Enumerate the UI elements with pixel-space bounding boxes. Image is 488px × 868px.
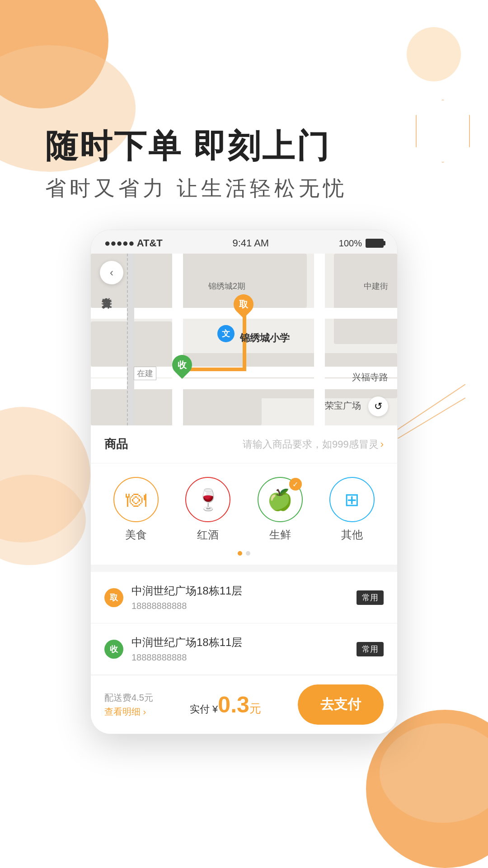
delivery-badge: 常用	[357, 642, 384, 656]
wine-icon: 🍷	[195, 487, 221, 512]
status-time: 9:41 AM	[232, 237, 269, 249]
delivery-name: 中润世纪广场18栋11层	[131, 635, 242, 650]
category-icon-other: ⊞	[329, 477, 375, 522]
category-item-wine[interactable]: 🍷 红酒	[185, 477, 230, 542]
category-icon-food: 🍽	[113, 477, 159, 522]
map-label-area2: 荣宝广场	[325, 400, 361, 412]
food-icon: 🍽	[126, 487, 146, 512]
pay-button[interactable]: 去支付	[298, 684, 384, 725]
price-prefix: 实付 ¥	[190, 703, 218, 715]
product-label: 商品	[104, 436, 128, 452]
category-item-other[interactable]: ⊞ 其他	[329, 477, 375, 542]
status-carrier: ●●●●● AT&T	[104, 237, 163, 249]
bottom-fee: 配送费4.5元 查看明细 ›	[104, 692, 153, 718]
bottom-price: 实付 ¥0.3元	[190, 692, 261, 718]
battery-icon	[366, 239, 384, 248]
bottom-bar: 配送费4.5元 查看明细 › 实付 ¥0.3元 去支付	[91, 675, 397, 734]
map-poi-blue: 文	[217, 325, 235, 342]
category-name-fresh: 生鲜	[269, 528, 291, 542]
pickup-pin: 取	[104, 588, 123, 607]
phone-mockup: ●●●●● AT&T 9:41 AM 100%	[90, 230, 398, 734]
address-left-pickup: 取 中润世纪广场18栋11层 18888888888	[104, 584, 242, 611]
map-label-construction: 在建	[134, 367, 156, 380]
map-block-3	[334, 254, 397, 344]
price-unit: 元	[249, 702, 261, 715]
category-row: 🍽 美食 🍷 红酒 🍏 ✓ 生鲜	[100, 477, 388, 542]
status-bar: ●●●●● AT&T 9:41 AM 100%	[91, 230, 397, 254]
hero-section: 随时下单 即刻上门 省时又省力 让生活轻松无忧	[0, 0, 488, 203]
status-battery-pct: 100%	[339, 238, 362, 249]
address-row-delivery[interactable]: 收 中润世纪广场18栋11层 18888888888 常用	[91, 623, 397, 675]
map-area: 取 收 文 锦绣城2期 中建街 齐鲁大道 锦绣城小学 兴福寺路 荣宝广场 在建 …	[91, 254, 397, 425]
category-name-wine: 红酒	[197, 528, 219, 542]
category-dots	[100, 551, 388, 556]
status-right: 100%	[339, 238, 384, 249]
fee-label: 配送费4.5元	[104, 692, 153, 704]
product-hint[interactable]: 请输入商品要求，如999感冒灵 ›	[243, 438, 384, 451]
category-section: 🍽 美食 🍷 红酒 🍏 ✓ 生鲜	[91, 463, 397, 568]
category-name-food: 美食	[125, 528, 147, 542]
address-section: 取 中润世纪广场18栋11层 18888888888 常用 收 中润世纪广场18…	[91, 568, 397, 675]
category-icon-wine: 🍷	[185, 477, 230, 522]
delivery-pin: 收	[104, 640, 123, 659]
fee-detail[interactable]: 查看明细 ›	[104, 706, 153, 718]
pin-delivery-label: 收	[172, 355, 192, 375]
delivery-info: 中润世纪广场18栋11层 18888888888	[131, 635, 242, 663]
category-item-food[interactable]: 🍽 美食	[113, 477, 159, 542]
hero-subtitle: 省时又省力 让生活轻松无忧	[45, 175, 488, 203]
map-label-area1: 锦绣城2期	[208, 281, 245, 292]
address-row-pickup[interactable]: 取 中润世纪广场18栋11层 18888888888 常用	[91, 572, 397, 623]
fresh-icon: 🍏	[267, 487, 293, 512]
dot-1	[238, 551, 242, 556]
category-item-fresh[interactable]: 🍏 ✓ 生鲜	[258, 477, 303, 542]
category-icon-fresh: 🍏 ✓	[258, 477, 303, 522]
pin-pickup-label: 取	[234, 294, 253, 314]
pickup-phone: 18888888888	[131, 601, 242, 611]
back-button[interactable]: ‹	[100, 261, 123, 284]
pickup-name: 中润世纪广场18栋11层	[131, 584, 242, 598]
map-label-road3: 中建街	[364, 281, 388, 292]
price-value: 0.3	[218, 692, 249, 717]
dot-2	[246, 551, 250, 556]
category-name-other: 其他	[341, 528, 363, 542]
pickup-info: 中润世纪广场18栋11层 18888888888	[131, 584, 242, 611]
map-road-v3	[127, 254, 134, 425]
category-check-icon: ✓	[289, 478, 302, 491]
hero-title: 随时下单 即刻上门	[45, 127, 488, 165]
map-road-v2	[314, 254, 325, 425]
delivery-phone: 18888888888	[131, 652, 242, 663]
phone-mockup-wrapper: ●●●●● AT&T 9:41 AM 100%	[0, 230, 488, 734]
map-background: 取 收 文 锦绣城2期 中建街 齐鲁大道 锦绣城小学 兴福寺路 荣宝广场 在建	[91, 254, 397, 425]
map-label-school: 锦绣城小学	[240, 331, 290, 345]
product-hint-arrow: ›	[380, 439, 384, 450]
product-hint-text: 请输入商品要求，如999感冒灵	[243, 438, 379, 451]
other-icon: ⊞	[344, 489, 360, 510]
map-road-v1	[172, 254, 183, 425]
map-label-road2: 兴福寺路	[352, 371, 388, 383]
pickup-badge: 常用	[357, 590, 384, 605]
product-section: 商品 请输入商品要求，如999感冒灵 ›	[91, 425, 397, 463]
address-left-delivery: 收 中润世纪广场18栋11层 18888888888	[104, 635, 242, 663]
